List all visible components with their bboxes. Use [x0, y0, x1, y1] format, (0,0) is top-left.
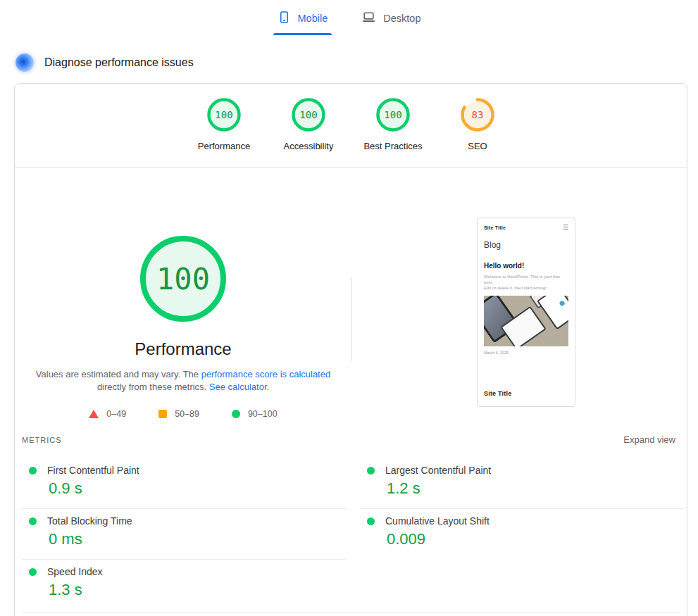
metrics-left-column: First Contentful Paint 0.9 s Total Block…: [22, 458, 346, 610]
metric-value: 0.009: [387, 530, 684, 548]
score-value: 100: [207, 98, 241, 132]
tab-mobile[interactable]: Mobile: [273, 0, 332, 35]
metric-name: Total Blocking Time: [47, 515, 132, 527]
legend-average: 50–89: [158, 409, 199, 419]
performance-panel: 100 Performance Values are estimated and…: [15, 168, 351, 419]
mobile-phone-icon: [278, 11, 291, 26]
score-gauge-seo[interactable]: 83 SEO: [444, 98, 511, 167]
hamburger-menu-icon: ☰: [563, 225, 568, 231]
tab-desktop[interactable]: Desktop: [357, 0, 425, 35]
metric-pass-dot-icon: [29, 517, 37, 525]
legend-average-range: 50–89: [175, 409, 199, 419]
pass-circle-icon: [232, 410, 240, 418]
performance-title: Performance: [15, 339, 351, 359]
thumb-post-image: [484, 296, 568, 346]
metric-speed-index: Speed Index 1.3 s: [22, 560, 346, 610]
score-value: 83: [461, 98, 494, 132]
metric-value: 0 ms: [49, 530, 346, 548]
legend-pass: 90–100: [232, 409, 278, 419]
score-label: Accessibility: [284, 141, 334, 151]
metric-name: Speed Index: [47, 566, 103, 577]
metrics-header: METRICS Expand view: [22, 434, 675, 445]
report-card: 100 Performance 100 Accessibility 100: [14, 83, 687, 616]
tab-active-underline: [273, 33, 332, 35]
expand-view-button[interactable]: Expand view: [623, 434, 675, 445]
thumb-footer-title: Site Title: [484, 390, 511, 397]
metric-total-blocking-time: Total Blocking Time 0 ms: [22, 509, 346, 560]
metric-name: Largest Contentful Paint: [385, 465, 491, 476]
score-label: SEO: [468, 141, 487, 151]
performance-score-value: 100: [140, 236, 226, 322]
metrics-grid: First Contentful Paint 0.9 s Total Block…: [22, 458, 684, 610]
thumb-excerpt: Welcome to WordPress. This is your first…: [478, 270, 575, 291]
legend-fail-range: 0–49: [106, 409, 126, 419]
score-label: Performance: [198, 141, 250, 151]
page-header: Diagnose performance issues: [15, 54, 194, 72]
metric-value: 0.9 s: [49, 479, 346, 498]
score-gauge-performance[interactable]: 100 Performance: [190, 98, 258, 167]
thumb-blog-heading: Blog: [478, 231, 575, 250]
metric-largest-contentful-paint: Largest Contentful Paint 1.2 s: [360, 458, 684, 509]
category-scores-row: 100 Performance 100 Accessibility 100: [15, 84, 687, 168]
metric-first-contentful-paint: First Contentful Paint 0.9 s: [22, 458, 346, 509]
metric-name: First Contentful Paint: [47, 465, 139, 476]
score-value: 100: [376, 98, 410, 132]
vertical-divider: [351, 277, 352, 361]
page-screenshot-thumbnail[interactable]: Site Title ☰ Blog Hello world! Welcome t…: [477, 218, 575, 407]
score-gauge-best-practices[interactable]: 100 Best Practices: [359, 98, 427, 167]
metric-cumulative-layout-shift: Cumulative Layout Shift 0.009: [360, 509, 684, 560]
calculated-link[interactable]: performance score is calculated: [201, 369, 331, 379]
metric-value: 1.3 s: [49, 581, 346, 599]
score-disclaimer: Values are estimated and may vary. The p…: [32, 368, 335, 394]
metrics-bottom-divider: [22, 612, 680, 612]
see-calculator-link[interactable]: See calculator.: [209, 382, 269, 392]
insights-orb-icon: [15, 54, 34, 72]
metric-name: Cumulative Layout Shift: [385, 515, 490, 527]
device-tabbar: Mobile Desktop: [0, 0, 698, 35]
metrics-right-column: Largest Contentful Paint 1.2 s Cumulativ…: [360, 458, 684, 610]
score-value: 100: [292, 98, 325, 132]
disclaimer-text: directly from these metrics.: [97, 382, 209, 392]
tab-mobile-label: Mobile: [298, 13, 328, 24]
thumb-header: Site Title ☰: [478, 218, 575, 231]
score-legend: 0–49 50–89 90–100: [15, 409, 351, 419]
average-square-icon: [158, 410, 167, 418]
score-label: Best Practices: [363, 141, 422, 151]
score-gauge-accessibility[interactable]: 100 Accessibility: [275, 98, 342, 167]
fail-triangle-icon: [89, 410, 99, 418]
metric-pass-dot-icon: [367, 467, 375, 474]
disclaimer-text: Values are estimated and may vary. The: [36, 369, 201, 379]
metric-pass-dot-icon: [29, 467, 37, 474]
tab-desktop-label: Desktop: [383, 13, 420, 24]
metrics-section-title: METRICS: [22, 436, 62, 444]
thumb-post-date: March 6, 2025: [478, 346, 575, 355]
metric-pass-dot-icon: [367, 517, 375, 525]
thumb-site-title: Site Title: [484, 225, 506, 230]
performance-main-gauge: 100: [140, 236, 226, 322]
page-title: Diagnose performance issues: [44, 56, 194, 69]
desktop-laptop-icon: [361, 11, 376, 26]
thumb-post-title: Hello world!: [478, 250, 575, 270]
metric-value: 1.2 s: [387, 479, 684, 498]
legend-fail: 0–49: [89, 409, 126, 419]
legend-pass-range: 90–100: [248, 409, 278, 419]
metric-pass-dot-icon: [29, 568, 37, 576]
